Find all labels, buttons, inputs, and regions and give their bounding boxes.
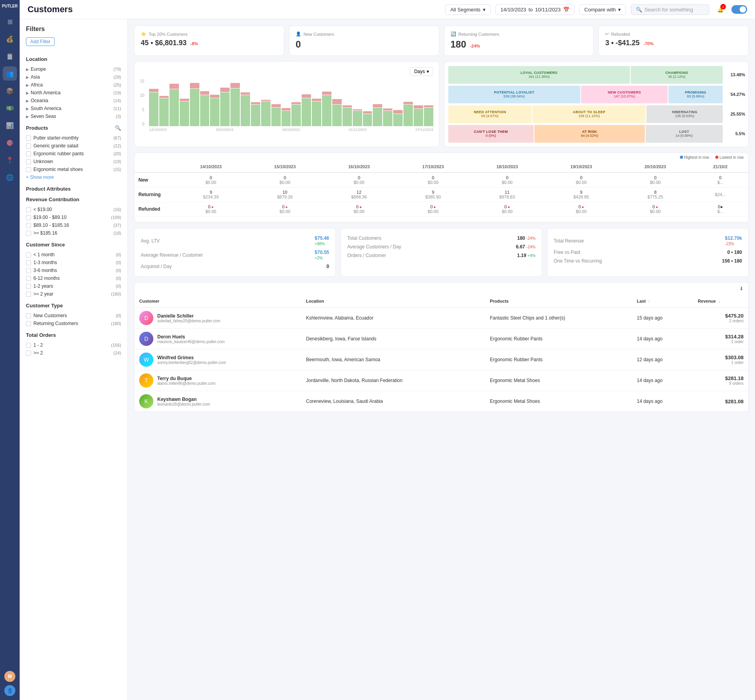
orders-checkbox[interactable]: [26, 351, 31, 356]
segment-selector[interactable]: All Segments ▾: [445, 4, 491, 15]
product-checkbox[interactable]: [26, 143, 31, 149]
last-cell: 15 days ago: [632, 308, 693, 329]
table-cell: 0●$0.00: [470, 202, 544, 217]
refund-icon: ↩: [605, 31, 609, 37]
segment-cell[interactable]: CAN'T LOSE THEM0 (0%): [448, 125, 534, 143]
segment-cell[interactable]: NEW CUSTOMERS147 (10.37%): [581, 86, 668, 103]
sidebar-item-analytics[interactable]: 📊: [3, 118, 17, 132]
segment-card: LOYAL CUSTOMERS161 (11.36%)CHAMPIONS30 (…: [444, 61, 749, 147]
location-item[interactable]: ▶North America(19): [26, 89, 121, 97]
sidebar-item-customers[interactable]: 👥: [3, 66, 17, 81]
sidebar-item-location[interactable]: 📍: [3, 153, 17, 167]
date-scroll-container[interactable]: 14/10/2023 15/10/2023 16/10/2023 17/10/2…: [134, 161, 748, 222]
location-item[interactable]: ▶Africa(25): [26, 81, 121, 89]
segment-cell[interactable]: LOYAL CUSTOMERS161 (11.36%): [448, 66, 630, 84]
product-item: Ergonomic metal shoes(15): [26, 165, 121, 173]
customer-row[interactable]: T Terry du Buque alanis.miller86@demo.pu…: [134, 370, 748, 391]
customer-row[interactable]: W Winifred Grimes sonny.breitenberg52@de…: [134, 349, 748, 370]
customer-since-item: 1-3 months(0): [26, 259, 121, 266]
sidebar-item-orders[interactable]: 📦: [3, 84, 17, 98]
sidebar-logo: PUTLER: [2, 4, 18, 8]
bar-group: [322, 83, 331, 126]
customer-email: leonardo26@demo.putler.com: [157, 402, 210, 406]
customer-name: Winifred Grimes: [157, 355, 226, 360]
revenue-checkbox[interactable]: [26, 215, 31, 220]
segment-cell[interactable]: AT RISK64 (4.52%): [534, 125, 645, 143]
bar-green: [403, 105, 413, 126]
segment-cell[interactable]: LOST14 (0.99%): [646, 125, 723, 143]
bar-red: [230, 83, 240, 88]
revenue-checkbox[interactable]: [26, 207, 31, 212]
notification-bell[interactable]: 🔔 2: [714, 3, 727, 16]
bar-green: [261, 101, 271, 126]
download-icon[interactable]: ⬇: [739, 286, 744, 292]
customer-row[interactable]: D Danielle Schiller soledad_fahey20@demo…: [134, 308, 748, 329]
product-checkbox[interactable]: [26, 151, 31, 156]
revenue-checkbox[interactable]: [26, 231, 31, 236]
sidebar-item-sales[interactable]: 💰: [3, 32, 17, 46]
kpi-returning-label: 🔄 Returning Customers: [451, 31, 587, 37]
show-more-button[interactable]: + Show more: [26, 173, 121, 181]
revenue-sort-icon[interactable]: ↓: [718, 299, 720, 303]
avatar-m[interactable]: M: [4, 671, 15, 682]
product-checkbox[interactable]: [26, 136, 31, 141]
avatar-user[interactable]: 👤: [4, 685, 15, 696]
last-sort-icon[interactable]: ↕: [648, 299, 650, 303]
type-checkbox[interactable]: [26, 313, 31, 318]
sidebar-item-dashboard[interactable]: ⊞: [3, 15, 17, 29]
sidebar-item-goals[interactable]: 🎯: [3, 136, 17, 150]
bar-group: [261, 83, 271, 126]
filters-panel: Filters Add Filter Location ▶Europe(79)▶…: [20, 19, 128, 700]
bar-green: [241, 95, 250, 126]
since-checkbox[interactable]: [26, 284, 31, 289]
since-checkbox[interactable]: [26, 276, 31, 281]
since-checkbox[interactable]: [26, 292, 31, 297]
search-box[interactable]: 🔍 Search for something: [631, 4, 709, 15]
bar-green: [363, 114, 372, 126]
customer-row[interactable]: K Keyshawn Bogan leonardo26@demo.putler.…: [134, 391, 748, 412]
bar-green: [180, 101, 189, 126]
stat-one-recurring: One Time vs Recurring 156 • 180: [554, 257, 742, 265]
location-item[interactable]: ▶Europe(79): [26, 65, 121, 73]
product-checkbox[interactable]: [26, 159, 31, 164]
revenue-checkbox[interactable]: [26, 223, 31, 228]
date-range[interactable]: 14/10/2023 to 10/11/2023 📅: [495, 4, 575, 15]
product-checkbox[interactable]: [26, 167, 31, 172]
segment-cell[interactable]: POTENTIAL LOYALIST539 (38.04%): [448, 86, 580, 103]
type-checkbox[interactable]: [26, 321, 31, 326]
since-checkbox[interactable]: [26, 252, 31, 257]
table-cell: 0$0.00: [470, 173, 544, 187]
since-checkbox[interactable]: [26, 260, 31, 265]
location-item[interactable]: ▶Oceania(14): [26, 97, 121, 105]
segment-cell[interactable]: PROMISING83 (5.86%): [668, 86, 723, 103]
location-item[interactable]: ▶Seven Seas(3): [26, 112, 121, 120]
segment-cell[interactable]: HIBERNATING135 (9.53%): [646, 105, 723, 123]
bar-green: [210, 98, 219, 126]
sidebar-item-revenue[interactable]: 💵: [3, 101, 17, 115]
bar-green: [159, 98, 169, 126]
bar-red: [190, 83, 199, 88]
location-item[interactable]: ▶Asia(28): [26, 73, 121, 81]
since-checkbox[interactable]: [26, 268, 31, 273]
theme-toggle[interactable]: [731, 5, 747, 14]
orders-checkbox[interactable]: [26, 343, 31, 348]
segment-cell[interactable]: ABOUT TO SLEEP158 (11.15%): [532, 105, 646, 123]
kpi-refunded-label: ↩ Refunded: [605, 31, 742, 37]
product-search-icon[interactable]: 🔍: [115, 125, 121, 131]
days-button[interactable]: Days ▾: [410, 67, 433, 76]
page-title: Customers: [28, 4, 73, 15]
kpi-new-label: 👤 New Customers: [296, 31, 433, 37]
location-item[interactable]: ▶South America(11): [26, 105, 121, 112]
topbar: Customers All Segments ▾ 14/10/2023 to 1…: [20, 0, 755, 19]
customer-row[interactable]: D Deron Huels mauricio_kautzer46@demo.pu…: [134, 329, 748, 349]
table-actions: ⬇: [134, 283, 748, 295]
sidebar-item-reports[interactable]: 📋: [3, 49, 17, 63]
segment-cell[interactable]: NEED ATTENTION69 (4.87%): [448, 105, 532, 123]
last-cell: 14 days ago: [632, 391, 693, 412]
sidebar-item-global[interactable]: 🌐: [3, 170, 17, 184]
add-filter-button[interactable]: Add Filter: [26, 37, 55, 46]
arrow-icon: ▶: [26, 114, 29, 119]
segment-cell[interactable]: CHAMPIONS30 (2.12%): [631, 66, 723, 84]
location-list: ▶Europe(79)▶Asia(28)▶Africa(25)▶North Am…: [26, 65, 121, 120]
compare-button[interactable]: Compare with ▾: [579, 4, 626, 15]
